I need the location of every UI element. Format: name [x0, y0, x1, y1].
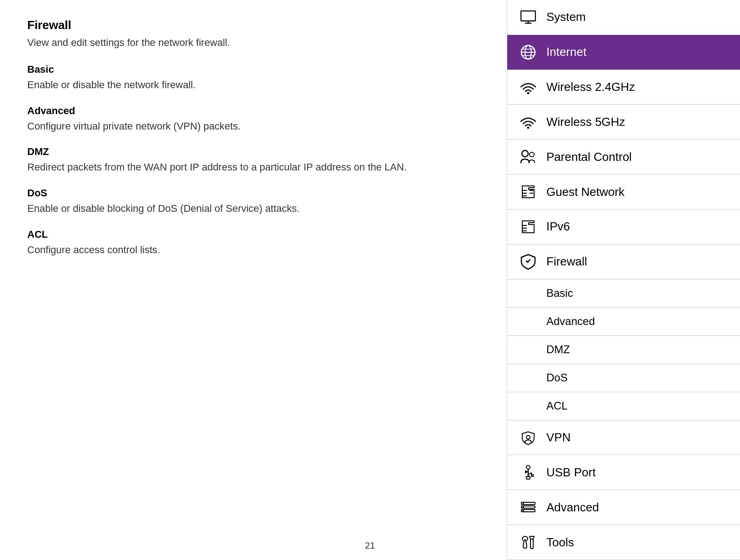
sidebar-item-wireless5[interactable]: Wireless 5GHz [507, 105, 740, 140]
sidebar-item-tools[interactable]: Tools [507, 525, 740, 560]
sidebar-label-guest: Guest Network [546, 185, 625, 199]
svg-point-9 [527, 127, 530, 129]
sidebar-sublabel-acl: ACL [546, 400, 568, 412]
sidebar-item-parental[interactable]: Parental Control [507, 140, 740, 175]
vpn-icon [518, 428, 538, 448]
sidebar-label-system: System [546, 10, 586, 24]
svg-rect-27 [522, 510, 524, 511]
sidebar-label-tools: Tools [546, 535, 574, 550]
dos-desc: Enable or disable blocking of DoS (Denia… [27, 202, 480, 216]
sidebar-label-internet: Internet [546, 45, 586, 59]
acl-desc: Configure access control lists. [27, 243, 480, 257]
globe-icon [518, 42, 538, 62]
sidebar: System Internet Wireless 2.4GHz [507, 0, 740, 560]
acl-section: ACL Configure access control lists. [27, 229, 480, 257]
wireless24-icon [518, 77, 538, 97]
advanced-icon [518, 497, 538, 517]
guest-icon [518, 182, 538, 202]
usb-icon [518, 462, 538, 482]
ipv6-icon [518, 217, 538, 237]
sidebar-sublabel-dos: DoS [546, 371, 568, 384]
firewall-section: Firewall View and edit settings for the … [27, 18, 480, 50]
tools-icon [518, 532, 538, 552]
sidebar-subitem-dmz[interactable]: DMZ [507, 336, 740, 364]
sidebar-label-usb: USB Port [546, 465, 595, 480]
svg-rect-21 [526, 476, 530, 479]
firewall-title: Firewall [27, 18, 480, 32]
sidebar-item-advanced-main[interactable]: Advanced [507, 490, 740, 525]
svg-point-18 [526, 435, 530, 439]
sidebar-label-firewall: Firewall [546, 255, 587, 269]
advanced-title: Advanced [27, 105, 480, 117]
svg-point-8 [527, 92, 530, 94]
main-content: Firewall View and edit settings for the … [0, 0, 507, 560]
sidebar-item-system[interactable]: System [507, 0, 740, 35]
sidebar-label-wireless24: Wireless 2.4GHz [546, 80, 635, 94]
sidebar-subitem-advanced[interactable]: Advanced [507, 308, 740, 336]
basic-desc: Enable or disable the network firewall. [27, 78, 480, 92]
sidebar-item-ipv6[interactable]: IPv6 [507, 210, 740, 245]
dmz-title: DMZ [27, 146, 480, 158]
sidebar-label-advanced-main: Advanced [546, 500, 599, 515]
monitor-icon [518, 7, 538, 27]
basic-section: Basic Enable or disable the network fire… [27, 64, 480, 92]
sidebar-subitem-acl[interactable]: ACL [507, 392, 740, 420]
dos-section: DoS Enable or disable blocking of DoS (D… [27, 187, 480, 216]
parental-icon [518, 147, 538, 167]
sidebar-sublabel-dmz: DMZ [546, 343, 570, 356]
sidebar-subitem-basic[interactable]: Basic [507, 280, 740, 308]
svg-rect-25 [522, 503, 524, 504]
sidebar-sublabel-advanced: Advanced [546, 315, 595, 328]
sidebar-label-parental: Parental Control [546, 150, 632, 164]
dmz-desc: Redirect packets from the WAN port IP ad… [27, 160, 480, 175]
svg-rect-0 [521, 11, 535, 21]
sidebar-label-wireless5: Wireless 5GHz [546, 115, 625, 129]
sidebar-label-vpn: VPN [546, 430, 570, 445]
dmz-section: DMZ Redirect packets from the WAN port I… [27, 146, 480, 175]
sidebar-item-guest[interactable]: Guest Network [507, 175, 740, 210]
sidebar-subitem-dos[interactable]: DoS [507, 364, 740, 392]
sidebar-item-vpn[interactable]: VPN [507, 420, 740, 455]
sidebar-sublabel-basic: Basic [546, 287, 573, 300]
page-number: 21 [365, 540, 375, 551]
sidebar-item-firewall[interactable]: Firewall [507, 245, 740, 280]
basic-title: Basic [27, 64, 480, 75]
advanced-section: Advanced Configure virtual private netwo… [27, 105, 480, 134]
svg-point-11 [530, 152, 534, 157]
sidebar-item-usb[interactable]: USB Port [507, 455, 740, 490]
svg-point-19 [526, 465, 530, 469]
firewall-icon [518, 252, 538, 272]
sidebar-item-internet[interactable]: Internet [507, 35, 740, 70]
sidebar-label-ipv6: IPv6 [546, 220, 570, 234]
svg-point-10 [522, 150, 528, 157]
sidebar-item-wireless24[interactable]: Wireless 2.4GHz [507, 70, 740, 105]
dos-title: DoS [27, 187, 480, 199]
advanced-desc: Configure virtual private network (VPN) … [27, 120, 480, 134]
acl-title: ACL [27, 229, 480, 240]
svg-rect-26 [522, 507, 524, 508]
wireless5-icon [518, 112, 538, 132]
firewall-desc: View and edit settings for the network f… [27, 36, 480, 50]
